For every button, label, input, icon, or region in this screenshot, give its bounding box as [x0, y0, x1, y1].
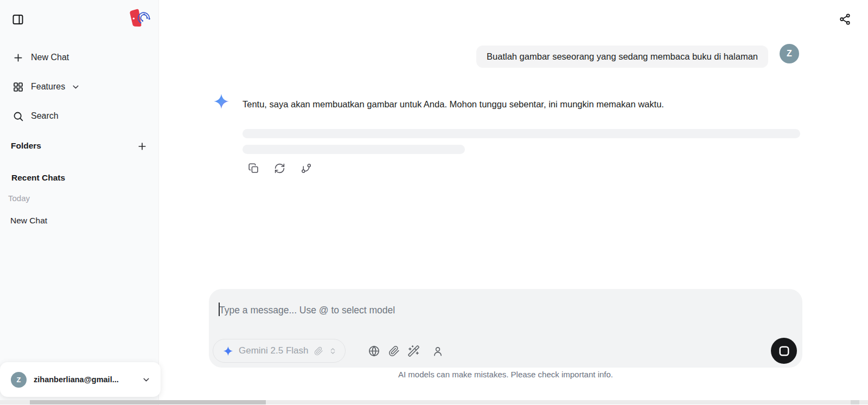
gemini-sparkle-icon [223, 346, 233, 356]
chevron-down-icon [71, 82, 80, 92]
sidebar-toggle-button[interactable] [11, 12, 25, 27]
recent-chats-header: Recent Chats [11, 173, 65, 183]
sidebar-item-features[interactable]: Features [0, 78, 159, 95]
share-button[interactable] [837, 11, 852, 27]
attach-file-button[interactable] [388, 345, 400, 357]
scrollbar-corner [851, 400, 859, 404]
user-message-text: Buatlah gambar seseorang yang sedang mem… [487, 52, 758, 62]
enhance-prompt-button[interactable] [407, 345, 420, 357]
app-window: New Chat Features [0, 0, 868, 405]
plus-icon [137, 141, 148, 152]
folders-header: Folders [11, 141, 41, 151]
loading-skeleton-bar [242, 129, 800, 138]
stop-generating-button[interactable] [771, 338, 797, 364]
git-branch-icon [301, 163, 312, 174]
copy-icon [248, 163, 259, 174]
plus-icon [12, 52, 24, 63]
loading-skeleton-bar [242, 145, 465, 154]
wand-sparkles-icon [407, 345, 420, 357]
composer: Gemini 2.5 Flash [209, 289, 802, 368]
chevrons-up-down-icon [329, 347, 337, 355]
account-avatar: Z [11, 372, 27, 388]
add-folder-button[interactable] [136, 140, 149, 153]
sidebar: New Chat Features [0, 0, 159, 405]
message-input[interactable] [219, 302, 718, 318]
user-message-bubble: Buatlah gambar seseorang yang sedang mem… [476, 46, 768, 68]
globe-icon [368, 345, 380, 357]
recent-chats-group-label: Today [8, 194, 30, 203]
user-icon [432, 345, 444, 357]
app-logo-icon [126, 6, 151, 32]
share-icon [839, 13, 851, 25]
sidebar-item-label: New Chat [31, 53, 69, 62]
scrollbar-thumb[interactable] [30, 400, 266, 404]
disclaimer-text: AI models can make mistakes. Please chec… [209, 370, 802, 379]
paperclip-icon [388, 345, 400, 357]
search-icon [12, 111, 24, 122]
account-menu[interactable]: Z zihanberliana@gmail... [0, 362, 161, 397]
user-avatar: Z [780, 44, 799, 63]
sidebar-item-search[interactable]: Search [0, 107, 159, 125]
refresh-icon [274, 163, 285, 174]
branch-conversation-button[interactable] [300, 162, 312, 174]
stop-square-icon [778, 345, 790, 357]
model-selector[interactable]: Gemini 2.5 Flash [213, 339, 346, 363]
sidebar-item-new-chat[interactable]: New Chat [0, 49, 159, 66]
persona-button[interactable] [431, 345, 444, 357]
grid-icon [12, 81, 24, 93]
model-name: Gemini 2.5 Flash [239, 345, 309, 356]
copy-message-button[interactable] [247, 162, 259, 174]
sidebar-item-label: Search [31, 111, 59, 121]
sidebar-item-label: Features [31, 82, 65, 92]
assistant-message-text: Tentu, saya akan membuatkan gambar untuk… [242, 98, 790, 111]
web-search-toggle[interactable] [368, 345, 380, 357]
panel-left-icon [11, 13, 24, 26]
horizontal-scrollbar[interactable] [0, 400, 868, 404]
paperclip-icon [314, 346, 323, 356]
recent-chat-item[interactable]: New Chat [10, 216, 47, 226]
regenerate-button[interactable] [273, 162, 285, 174]
account-email: zihanberliana@gmail... [34, 375, 142, 384]
text-caret [219, 303, 220, 316]
chevron-down-icon [142, 375, 151, 384]
gemini-sparkle-icon [213, 93, 229, 110]
